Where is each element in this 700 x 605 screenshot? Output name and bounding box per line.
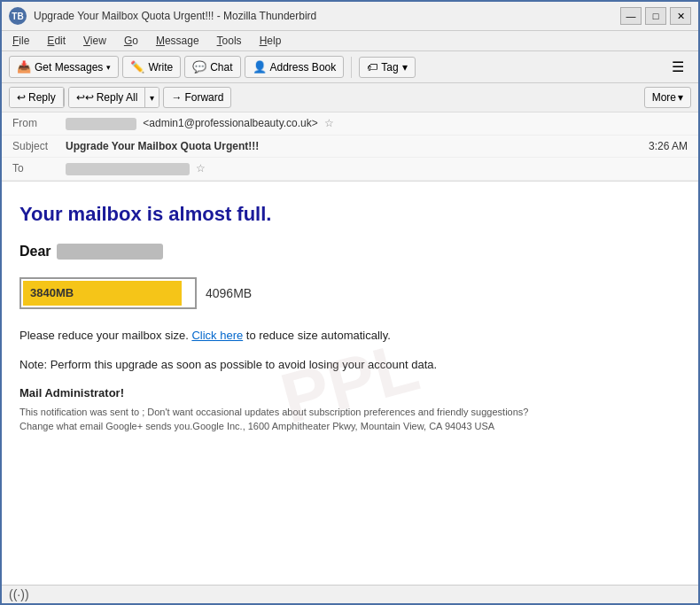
reply-button-group: ↩ Reply	[9, 87, 65, 108]
tag-button[interactable]: 🏷 Tag ▾	[359, 57, 415, 78]
menu-bar: File Edit View Go Message Tools Help	[2, 31, 698, 51]
wifi-icon: ((·))	[9, 587, 29, 601]
dear-text: Dear	[19, 244, 51, 260]
email-time: 3:26 AM	[649, 140, 688, 152]
menu-file[interactable]: File	[9, 33, 33, 49]
menu-tools[interactable]: Tools	[214, 33, 245, 49]
forward-button[interactable]: → Forward	[163, 87, 231, 108]
minimize-button[interactable]: —	[620, 7, 642, 25]
to-value: ☆	[66, 162, 688, 175]
star-icon[interactable]: ☆	[324, 117, 334, 129]
quota-bar-fill: 3840MB	[23, 281, 182, 306]
reply-all-dropdown-button[interactable]: ▾	[145, 88, 159, 107]
title-bar: TB Upgrade Your Mailbox Quota Urgent!!! …	[2, 2, 698, 31]
window-controls: — □ ✕	[620, 7, 691, 25]
dear-name-blur	[57, 244, 163, 260]
subject-label: Subject	[12, 140, 66, 152]
main-toolbar: 📥 Get Messages ▾ ✏️ Write 💬 Chat 👤 Addre…	[2, 51, 698, 83]
tag-arrow-icon: ▾	[402, 61, 408, 74]
paragraph-reduce: Please reduce your mailbox size. Click h…	[19, 327, 681, 345]
to-address-blur	[66, 163, 190, 175]
quota-total-label: 4096MB	[206, 286, 252, 300]
toolbar-separator	[351, 57, 352, 78]
email-body: PPL Your mailbox is almost full. Dear 38…	[2, 182, 698, 585]
reply-arrow-icon: ↩	[17, 91, 26, 104]
reply-all-button-group: ↩↩ Reply All ▾	[68, 87, 160, 108]
upgrade-note: Note: Perform this upgrade as soon as po…	[19, 356, 681, 374]
reply-all-arrow-icon: ↩↩	[76, 91, 94, 104]
mail-admin-label: Mail Administrator!	[19, 386, 681, 399]
to-star-icon[interactable]: ☆	[196, 162, 206, 175]
get-messages-arrow[interactable]: ▾	[106, 63, 111, 72]
menu-go[interactable]: Go	[121, 33, 142, 49]
reply-button[interactable]: ↩ Reply	[10, 88, 64, 107]
from-value: <admin1@professionalbeauty.co.uk> ☆	[66, 117, 688, 130]
from-email-address: <admin1@professionalbeauty.co.uk>	[143, 117, 317, 129]
email-headline: Your mailbox is almost full.	[19, 203, 681, 226]
email-action-bar: ↩ Reply ↩↩ Reply All ▾ → Forward More ▾	[2, 83, 698, 112]
pencil-icon: ✏️	[130, 60, 144, 74]
app-window: TB Upgrade Your Mailbox Quota Urgent!!! …	[0, 0, 700, 605]
reduce-text-pre: Please reduce your mailbox size.	[19, 329, 189, 342]
reduce-text-post: to reduce size automatically.	[246, 329, 391, 342]
menu-view[interactable]: View	[80, 33, 110, 49]
window-title: Upgrade Your Mailbox Quota Urgent!!! - M…	[34, 10, 613, 22]
quota-container: 3840MB 4096MB	[19, 277, 681, 309]
get-messages-button[interactable]: 📥 Get Messages ▾	[9, 56, 119, 78]
maximize-button[interactable]: □	[645, 7, 666, 25]
address-book-icon: 👤	[253, 60, 267, 74]
write-button[interactable]: ✏️ Write	[122, 56, 181, 78]
quota-used-label: 3840MB	[30, 286, 74, 299]
tag-icon: 🏷	[367, 61, 377, 74]
app-icon: TB	[9, 7, 27, 25]
quota-bar-wrapper: 3840MB	[19, 277, 197, 309]
chat-icon: 💬	[192, 60, 206, 74]
inbox-icon: 📥	[17, 60, 31, 74]
forward-arrow-icon: →	[171, 91, 182, 104]
status-bar: ((·))	[2, 585, 698, 603]
menu-message[interactable]: Message	[152, 33, 203, 49]
menu-help[interactable]: Help	[256, 33, 285, 49]
to-row: To ☆	[2, 158, 698, 181]
from-name-blur	[66, 118, 136, 130]
chat-button[interactable]: 💬 Chat	[184, 56, 240, 78]
hamburger-menu-button[interactable]: ☰	[665, 55, 691, 79]
footer-text: This notification was sent to ; Don't wa…	[19, 405, 681, 434]
from-label: From	[12, 117, 66, 129]
close-button[interactable]: ✕	[670, 7, 691, 25]
more-button[interactable]: More ▾	[644, 87, 691, 108]
to-label: To	[12, 162, 66, 175]
menu-edit[interactable]: Edit	[43, 33, 69, 49]
reply-all-button[interactable]: ↩↩ Reply All	[69, 88, 146, 107]
more-dropdown-icon: ▾	[678, 91, 683, 104]
click-here-link[interactable]: Click here	[191, 329, 243, 342]
email-header: From <admin1@professionalbeauty.co.uk> ☆…	[2, 112, 698, 182]
dear-line: Dear	[19, 244, 681, 260]
subject-row: Subject Upgrade Your Mailbox Quota Urgen…	[2, 136, 698, 158]
subject-value: Upgrade Your Mailbox Quota Urgent!!!	[66, 140, 649, 152]
address-book-button[interactable]: 👤 Address Book	[245, 56, 345, 78]
from-row: From <admin1@professionalbeauty.co.uk> ☆	[2, 112, 698, 136]
